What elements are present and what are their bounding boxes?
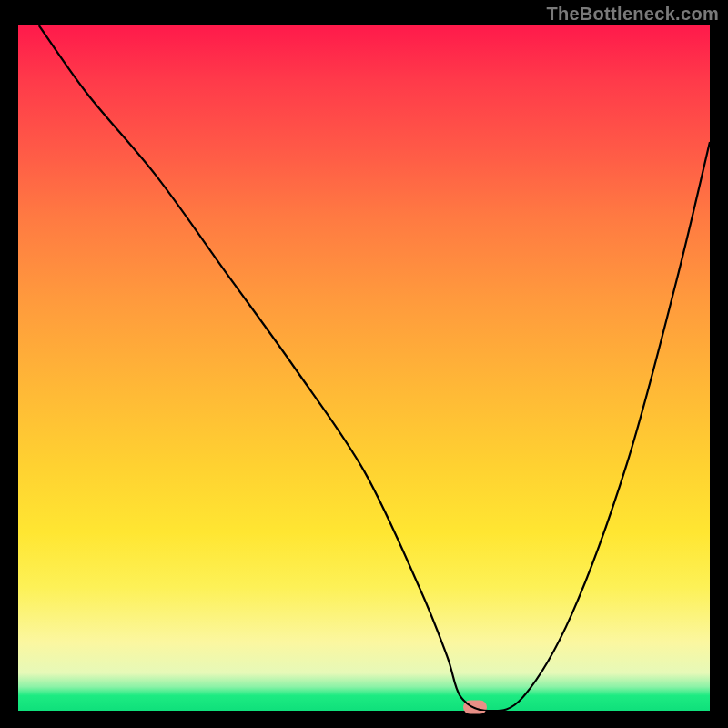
curve-path (39, 25, 710, 711)
bottleneck-curve (18, 25, 710, 711)
chart-frame: TheBottleneck.com (0, 0, 728, 728)
plot-area (18, 25, 710, 711)
watermark-text: TheBottleneck.com (546, 4, 719, 25)
